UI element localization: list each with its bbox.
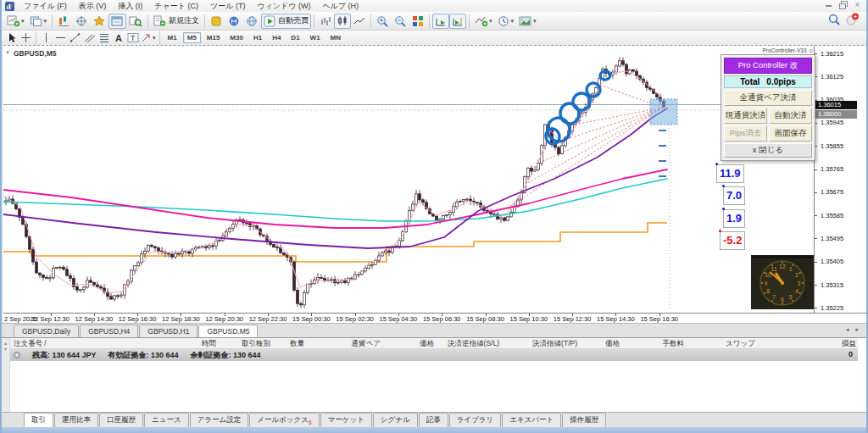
- timeframe-m15[interactable]: M15: [203, 32, 225, 43]
- price-axis-label: 1.35945: [821, 119, 843, 126]
- chart-context-caret-icon: ▼: [5, 50, 10, 55]
- metaeditor-button[interactable]: [208, 14, 225, 29]
- data-window-button[interactable]: [73, 14, 91, 29]
- terminal-tab-10[interactable]: エキスパート: [502, 413, 561, 427]
- terminal-side-strip[interactable]: ▴▾: [2, 338, 10, 413]
- timeframe-m30[interactable]: M30: [225, 32, 248, 43]
- chart-window[interactable]: ▼ GBPUSD,M5 1.362151.361251.360351.35945…: [3, 45, 868, 323]
- new-order-icon: [153, 15, 166, 27]
- zoom-out-button[interactable]: [392, 14, 409, 29]
- column-header-11[interactable]: 損益: [746, 339, 856, 349]
- terminal-tab-11[interactable]: 操作履歴: [562, 413, 606, 427]
- bar-chart-mode-button[interactable]: [317, 14, 334, 29]
- panel-close-button[interactable]: x 閉じる: [724, 143, 812, 158]
- close-all-pairs-button[interactable]: 全通貨ペア決済: [724, 90, 812, 106]
- mql-globe-button[interactable]: [243, 14, 261, 29]
- text-label-tool[interactable]: T: [125, 31, 140, 44]
- indicators-button[interactable]: ▾: [472, 14, 495, 29]
- menu-item-0[interactable]: ファイル (F): [18, 2, 73, 10]
- terminal-tab-1[interactable]: 運用比率: [54, 413, 98, 427]
- pip-distance-label-0: 11.9: [716, 164, 744, 183]
- pips-clear-button[interactable]: Pips消去: [724, 125, 767, 142]
- chart-tab-gbpusdh1[interactable]: GBPUSD,H1: [139, 325, 198, 337]
- candlestick-chart[interactable]: [3, 46, 814, 313]
- crosshair-tool[interactable]: [19, 31, 33, 44]
- line-chart-mode-button[interactable]: [351, 14, 368, 29]
- terminal-button[interactable]: [108, 14, 126, 29]
- menu-item-4[interactable]: ツール (T): [204, 2, 251, 10]
- new-order-label: 新規注文: [169, 15, 199, 26]
- terminal-tab-9[interactable]: ライブラリ: [449, 413, 502, 427]
- column-header-0[interactable]: 注文番号 /: [14, 339, 47, 349]
- time-axis-label: 15 Sep 00:30: [289, 315, 333, 323]
- smiley-icon[interactable]: ☺: [808, 47, 814, 53]
- tile-windows-button[interactable]: [409, 14, 426, 29]
- template-icon: [519, 15, 532, 27]
- close-icon[interactable]: ×: [854, 1, 861, 8]
- menu-item-3[interactable]: チャート (C): [148, 2, 204, 10]
- menu-item-2[interactable]: 挿入 (I): [112, 2, 148, 10]
- terminal-tab-0[interactable]: 取引: [24, 413, 53, 428]
- fibonacci-tool[interactable]: [97, 31, 111, 44]
- candlestick-icon: [337, 15, 348, 27]
- timeframe-h1[interactable]: H1: [249, 32, 266, 43]
- horizontal-line-tool[interactable]: [53, 31, 68, 44]
- new-chart-button[interactable]: ▾: [4, 14, 27, 29]
- time-axis-label: 15 Sep 16:30: [637, 315, 682, 323]
- vertical-line-tool[interactable]: [39, 31, 53, 44]
- chart-tab-gbpusddaily[interactable]: GBPUSD,Daily: [14, 325, 79, 337]
- price-axis-label: 1.35495: [821, 235, 843, 242]
- channel-tool[interactable]: [82, 31, 97, 44]
- navigator-button[interactable]: [91, 14, 108, 29]
- svg-text:6: 6: [781, 297, 784, 303]
- timeframe-m5[interactable]: M5: [183, 32, 201, 43]
- terminal-tab-8[interactable]: 記事: [419, 413, 448, 427]
- chart-tab-gbpusdh4[interactable]: GBPUSD,H4: [80, 325, 138, 337]
- arrows-tool[interactable]: ▾: [140, 31, 157, 44]
- terminal-tab-6[interactable]: マーケット: [320, 413, 372, 427]
- search-icon[interactable]: [828, 14, 840, 25]
- restore-icon[interactable]: [839, 1, 847, 8]
- terminal-tab-3[interactable]: ニュース: [144, 413, 189, 427]
- price-axis[interactable]: 1.362151.361251.360351.359451.358551.357…: [814, 46, 868, 313]
- candles-group: [5, 57, 665, 308]
- horizontal-line-icon: [55, 32, 66, 43]
- auto-close-button[interactable]: 自動決済: [769, 108, 812, 124]
- market-watch-button[interactable]: [55, 14, 73, 29]
- column-header-10[interactable]: スワップ: [645, 339, 755, 349]
- candle-chart-mode-button[interactable]: [334, 14, 351, 29]
- menu-item-1[interactable]: 表示 (V): [73, 2, 113, 10]
- notifications-icon[interactable]: [845, 13, 860, 25]
- strategy-tester-button[interactable]: [126, 14, 145, 29]
- text-tool[interactable]: A: [111, 31, 125, 44]
- terminal-tab-5[interactable]: メールボックス6: [249, 413, 319, 427]
- timeframe-h4[interactable]: H4: [268, 32, 285, 43]
- timeframe-mn[interactable]: MN: [326, 32, 345, 43]
- periods-button[interactable]: ▾: [495, 14, 517, 29]
- minimize-icon[interactable]: [825, 1, 832, 8]
- menu-item-5[interactable]: ウィンドウ (W): [251, 2, 316, 10]
- terminal-tab-2[interactable]: 口座履歴: [99, 413, 143, 427]
- anchor-dot-icon: [715, 163, 718, 165]
- cursor-tool[interactable]: [4, 31, 19, 44]
- timeframe-d1[interactable]: D1: [287, 32, 303, 43]
- save-screen-button[interactable]: 画面保存: [769, 125, 812, 142]
- time-axis-label: 12 Sep 22:30: [246, 315, 290, 323]
- tab-scroll-arrows[interactable]: ◂ ▸: [846, 326, 861, 333]
- zoom-in-button[interactable]: [374, 14, 392, 29]
- terminal-tab-7[interactable]: シグナル: [373, 413, 418, 427]
- chart-shift-button[interactable]: [449, 14, 466, 29]
- timeframe-w1[interactable]: W1: [306, 32, 325, 43]
- autotrading-button[interactable]: 自動売買: [261, 14, 311, 29]
- profiles-button[interactable]: ▾: [27, 14, 50, 29]
- trendline-tool[interactable]: [68, 31, 82, 44]
- community-button[interactable]: [225, 14, 243, 29]
- chart-tab-gbpusdm5[interactable]: GBPUSD,M5: [198, 325, 258, 338]
- templates-button[interactable]: ▾: [516, 14, 539, 29]
- terminal-tab-4[interactable]: アラーム設定: [190, 413, 249, 427]
- close-current-pair-button[interactable]: 現通貨決済: [724, 108, 767, 124]
- timeframe-m1[interactable]: M1: [164, 32, 181, 43]
- new-order-button[interactable]: 新規注文: [151, 14, 202, 29]
- menu-item-6[interactable]: ヘルプ (H): [316, 2, 364, 10]
- auto-scroll-button[interactable]: [432, 14, 449, 29]
